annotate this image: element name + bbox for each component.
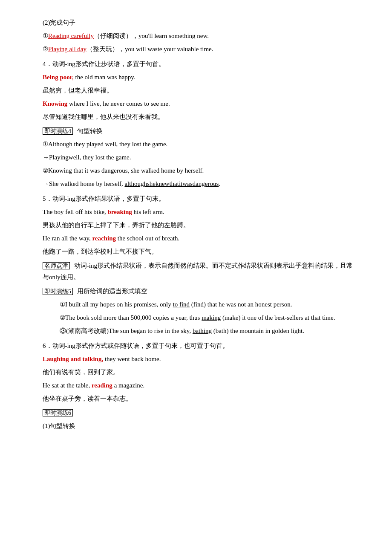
- drill4-arrow2: →: [43, 180, 49, 187]
- drill4-a2-end: .: [219, 180, 220, 187]
- example1: Being poor, the old man was happy.: [43, 72, 358, 83]
- ex4-rest2: the school out of breath.: [116, 235, 179, 242]
- item1-rest: ，you'll learn something new.: [132, 32, 209, 39]
- ex2-rest: where I live, he never comes to see me.: [67, 100, 170, 107]
- drill5-q1-pre: ①I built all my hopes on his promises, o…: [60, 301, 173, 308]
- drill5-q2-underline: making: [202, 314, 221, 321]
- ex6-red: reading: [92, 382, 112, 389]
- ex3-red: breaking: [108, 208, 132, 215]
- item2-red-underline: Playing all day: [48, 46, 86, 52]
- drill5-q3-mid: (bath) the mountain in golden light.: [212, 327, 304, 334]
- ex2-red: Knowing: [43, 100, 67, 107]
- example6: He sat at the table, reading a magazine.: [43, 380, 358, 391]
- drill6-header: 即时演练6: [43, 407, 358, 419]
- item1-prefix: ①: [43, 32, 48, 39]
- drill6-subtitle: (1)句型转换: [43, 420, 358, 432]
- ex5-rest: they went back home.: [103, 356, 161, 362]
- ex4-red: reaching: [92, 235, 116, 242]
- note-label: 名师点津: [43, 262, 70, 269]
- ex3-rest2: his left arm.: [132, 208, 164, 215]
- item2-prefix: ②: [43, 46, 48, 52]
- drill6-label: 即时演练6: [43, 409, 73, 416]
- drill4-a2-underline: althoughsheknewthatitwasdangerous: [124, 180, 219, 187]
- point6-title: 6．动词-ing形式作方式或伴随状语，多置于句末，也可置于句首。: [43, 340, 358, 352]
- example6-cn: 他坐在桌子旁，读着一本杂志。: [43, 393, 358, 405]
- drill4-a2: →She walked home by herself, althoughshe…: [43, 178, 358, 190]
- example3-cn: 男孩从他的自行车上摔了下来，弄折了他的左胳膊。: [43, 220, 358, 231]
- drill4-label: 即时演练4: [43, 127, 73, 135]
- drill4-a1-underline: Playingwell,: [49, 154, 81, 161]
- drill4-arrow1: →: [43, 154, 49, 161]
- drill5-q2-mid: (make) it one of the best-sellers at tha…: [221, 314, 335, 321]
- drill5-q3-pre: ③(湖南高考改编)The sun began to rise in the sk…: [60, 327, 193, 334]
- example5-cn: 他们有说有笑，回到了家。: [43, 367, 358, 378]
- ex5-red: Laughing and talking,: [43, 356, 103, 362]
- item1-cn: （仔细阅读）: [94, 32, 132, 39]
- item2: ②Playing all day（整天玩），you will waste you…: [43, 43, 358, 55]
- drill4-a2-rest: She walked home by herself,: [49, 180, 124, 187]
- drill4-q1: ①Although they played well, they lost th…: [43, 139, 358, 150]
- note: 名师点津 动词-ing形式作结果状语，表示自然而然的结果。而不定式作结果状语则表…: [43, 260, 358, 283]
- drill5-q1-underline: to find: [173, 301, 190, 308]
- point4-title: 4．动词-ing形式作让步状语，多置于句首。: [43, 58, 358, 70]
- drill5-q1-mid: (find) that he was not an honest person.: [190, 301, 292, 308]
- item2-cn: （整天玩）: [86, 46, 118, 52]
- example3: The boy fell off his bike, breaking his …: [43, 206, 358, 218]
- drill5-header: 即时演练5 用所给词的适当形式填空: [43, 286, 358, 297]
- point5-title: 5．动词-ing形式作结果状语，多置于句末。: [43, 193, 358, 205]
- drill4-title: 句型转换: [77, 127, 103, 134]
- drill5-title: 用所给词的适当形式填空: [77, 288, 147, 295]
- item1: ①Reading carefully（仔细阅读），you'll learn so…: [43, 30, 358, 42]
- ex6-rest2: a magazine.: [112, 382, 144, 389]
- example2-cn: 尽管知道我住哪里，他从来也没有来看我。: [43, 111, 358, 123]
- section-complete-label: (2)完成句子: [43, 19, 76, 26]
- ex4-rest1: He ran all the way,: [43, 235, 92, 242]
- drill5-q3-underline: bathing: [193, 327, 212, 334]
- ex3-rest1: The boy fell off his bike,: [43, 208, 108, 215]
- drill4-header: 即时演练4 句型转换: [43, 125, 358, 137]
- note-text: 动词-ing形式作结果状语，表示自然而然的结果。而不定式作结果状语则表示出乎意料…: [43, 262, 353, 280]
- example1-cn: 虽然穷，但老人很幸福。: [43, 85, 358, 96]
- ex6-rest1: He sat at the table,: [43, 382, 92, 389]
- page-content: (2)完成句子 ①Reading carefully（仔细阅读），you'll …: [43, 17, 358, 432]
- drill4-a1: →Playingwell, they lost the game.: [43, 152, 358, 163]
- drill5-q2: ②The book sold more than 500,000 copies …: [60, 312, 358, 324]
- example4-cn: 他跑了一路，到达学校时上气不接下气。: [43, 246, 358, 257]
- drill5-q3: ③(湖南高考改编)The sun began to rise in the sk…: [60, 325, 358, 337]
- item2-rest: ，you will waste your valuable time.: [118, 46, 213, 52]
- drill4-q2: ②Knowing that it was dangerous, she walk…: [43, 165, 358, 176]
- example4: He ran all the way, reaching the school …: [43, 233, 358, 244]
- drill4-a1-rest: they lost the game.: [81, 154, 131, 161]
- ex1-red: Being poor,: [43, 74, 74, 81]
- drill5-q2-pre: ②The book sold more than 500,000 copies …: [60, 314, 202, 321]
- item1-red-underline: Reading carefully: [48, 32, 94, 39]
- section-complete-sentences: (2)完成句子: [43, 17, 358, 29]
- drill5-label: 即时演练5: [43, 288, 73, 295]
- drill5-q1: ①I built all my hopes on his promises, o…: [60, 299, 358, 310]
- ex1-rest: the old man was happy.: [74, 74, 135, 81]
- example5: Laughing and talking, they went back hom…: [43, 353, 358, 365]
- example2: Knowing where I live, he never comes to …: [43, 98, 358, 110]
